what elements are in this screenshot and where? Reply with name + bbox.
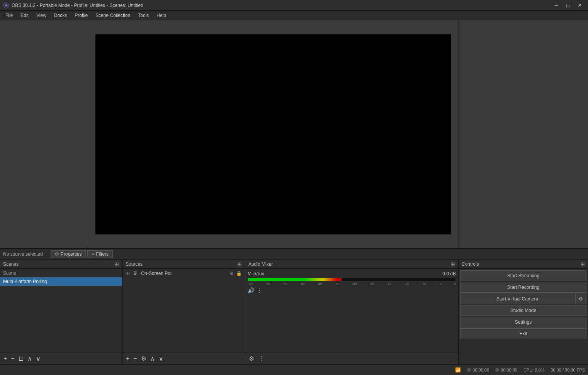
app-logo [3,2,9,8]
minimize-button[interactable]: ─ [551,1,562,10]
start-streaming-button[interactable]: Start Streaming [460,270,586,281]
titlebar-left: OBS 30.1.2 - Portable Mode - Profile: Un… [3,2,143,8]
scenes-panel-icon[interactable]: ⊞ [114,261,119,267]
start-virtual-camera-button[interactable]: Start Virtual Camera [460,294,574,304]
network-status: 📶 [455,367,461,373]
audio-scale: -60 -55 -50 -45 -40 -35 -30 -25 -20 -15 … [248,282,456,286]
cpu-label: CPU: 0.0% [523,368,544,372]
audio-mute-button[interactable]: 🔊 [248,287,254,294]
panels-row: Scenes ⊞ Scene Multi-Platform Polling + … [0,260,588,364]
audio-meter [248,278,456,282]
virtual-camera-settings-button[interactable]: ⚙ [575,294,586,304]
audio-mixer-panel: Audio Mixer ⊞ Mic/Aux 0.0 dB -60 -55 -50 [245,260,459,364]
menu-item-edit[interactable]: Edit [17,12,32,19]
audio-meter-bar [248,278,342,281]
properties-label: Properties [61,251,82,257]
menu-item-scene-collection[interactable]: Scene Collection [92,12,134,19]
studio-mode-button[interactable]: Studio Mode [460,305,586,316]
scenes-panel: Scenes ⊞ Scene Multi-Platform Polling + … [0,260,122,364]
main-area [0,20,588,248]
bottom-area: No source selected ⚙ Properties ≡ Filter… [0,248,588,364]
window-title: OBS 30.1.2 - Portable Mode - Profile: Un… [12,3,143,8]
scenes-column-header: Scene [0,269,122,277]
preview-canvas [95,34,451,234]
statusbar: 📶 00:00:00 00:00:00 CPU: 0.0% 30.00 / 30… [0,364,588,375]
menu-item-tools[interactable]: Tools [134,12,153,19]
properties-button[interactable]: ⚙ Properties [51,250,86,258]
maximize-button[interactable]: □ [563,1,573,10]
cpu-status: CPU: 0.0% [523,368,544,372]
audio-channel: Mic/Aux 0.0 dB -60 -55 -50 -45 -40 -35 -… [248,271,456,294]
list-item[interactable]: 👁 🖥 On-Screen Poll ⚙ 🔒 [122,269,245,278]
svg-point-2 [5,5,7,6]
sources-panel-header: Sources ⊞ [122,260,245,269]
menu-item-file[interactable]: File [2,12,17,19]
list-item[interactable]: Multi-Platform Polling [0,277,122,286]
source-lock-icon[interactable]: 🔒 [236,271,242,276]
move-scene-down-button[interactable]: ∨ [35,356,42,362]
audio-panel-footer: ⚙ ⋮ [245,353,458,364]
record-time-status: 00:00:00 [495,368,517,372]
audio-channel-name: Mic/Aux [248,271,264,277]
filters-button[interactable]: ≡ Filters [87,250,113,258]
preview-area [87,20,459,248]
left-sidebar [0,20,87,248]
remove-scene-button[interactable]: − [10,356,15,362]
source-name-label: On-Screen Poll [141,271,172,276]
scenes-panel-title: Scenes [3,261,19,267]
move-source-down-button[interactable]: ∨ [158,356,165,362]
filters-label: Filters [96,251,109,257]
stream-status-dot [467,368,471,372]
add-source-button[interactable]: + [125,356,131,362]
add-scene-button[interactable]: + [2,356,8,362]
remove-source-button[interactable]: − [132,356,138,362]
no-source-label: No source selected [3,251,43,257]
sources-panel: Sources ⊞ 👁 🖥 On-Screen Poll ⚙ 🔒 + − ⚙ ∧… [122,260,245,364]
exit-button[interactable]: Exit [460,328,586,339]
settings-button[interactable]: Settings [460,317,586,327]
audio-channel-db: 0.0 dB [442,271,456,277]
menu-item-profile[interactable]: Profile [71,12,92,19]
titlebar-controls: ─ □ ✕ [551,1,585,10]
source-filter-icon[interactable]: ⚙ [229,271,234,276]
sources-panel-icon[interactable]: ⊞ [237,261,242,267]
audio-more-settings-button[interactable]: ⋮ [257,356,265,362]
move-scene-up-button[interactable]: ∧ [26,356,33,362]
fps-status: 30.00 / 30.00 FPS [551,368,585,372]
stream-time-status: 00:00:00 [467,368,489,372]
audio-mixer-icon[interactable]: ⊞ [450,261,455,267]
controls-panel-header: Controls ⊞ [459,260,588,269]
scene-filter-button[interactable]: ⊡ [17,356,25,362]
audio-more-button[interactable]: ⋮ [257,287,262,294]
controls-content: Start Streaming Start Recording Start Vi… [459,269,588,364]
controls-title: Controls [462,261,479,267]
source-visibility-icon[interactable]: 👁 [126,271,130,276]
close-button[interactable]: ✕ [574,1,585,10]
scenes-panel-header: Scenes ⊞ [0,260,122,269]
titlebar: OBS 30.1.2 - Portable Mode - Profile: Un… [0,0,588,11]
menu-item-docks[interactable]: Docks [50,12,71,19]
sources-panel-title: Sources [126,261,143,267]
source-type-icon: 🖥 [133,270,139,277]
audio-channel-header: Mic/Aux 0.0 dB [248,271,456,277]
props-bar: No source selected ⚙ Properties ≡ Filter… [0,249,588,260]
menu-item-help[interactable]: Help [153,12,170,19]
fps-label: 30.00 / 30.00 FPS [551,368,585,372]
record-status-dot [495,368,499,372]
virtual-camera-row: Start Virtual Camera ⚙ [460,294,586,304]
start-recording-button[interactable]: Start Recording [460,282,586,293]
source-settings-button[interactable]: ⚙ [140,356,148,362]
stream-time: 00:00:00 [472,368,489,372]
filters-icon: ≡ [92,251,94,257]
audio-controls-row: 🔊 ⋮ [248,287,456,294]
audio-mixer-panel-header: Audio Mixer ⊞ [245,260,458,269]
properties-icon: ⚙ [55,251,59,257]
move-source-up-button[interactable]: ∧ [149,356,156,362]
menu-item-view[interactable]: View [32,12,50,19]
controls-icon[interactable]: ⊞ [580,261,585,267]
scenes-list: Scene Multi-Platform Polling [0,269,122,353]
audio-mixer-title: Audio Mixer [248,261,273,267]
scenes-panel-footer: + − ⊡ ∧ ∨ [0,353,122,364]
audio-settings-button[interactable]: ⚙ [248,356,255,362]
sources-panel-footer: + − ⚙ ∧ ∨ [122,353,245,364]
